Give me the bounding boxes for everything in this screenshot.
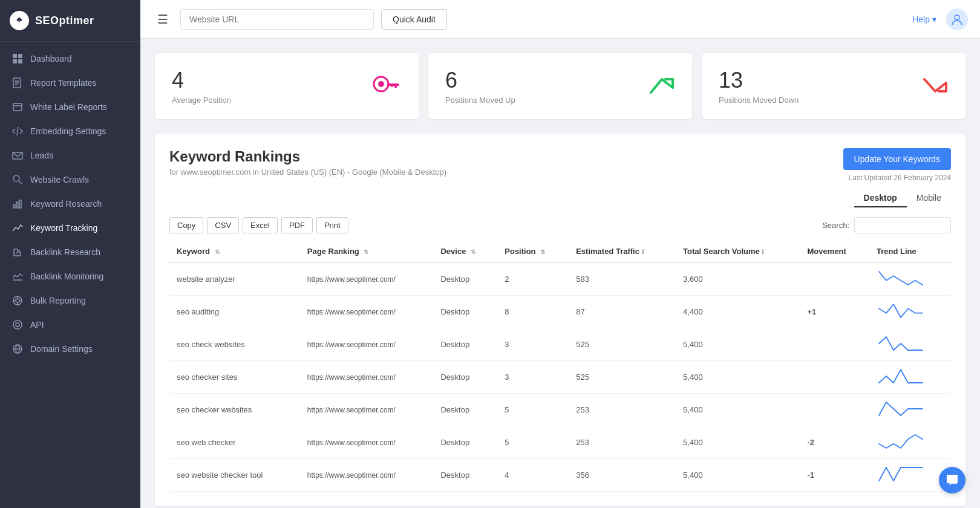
avatar[interactable]	[946, 8, 968, 30]
position-cell: 5	[497, 426, 569, 459]
sidebar-item-domain-settings[interactable]: Domain Settings	[0, 337, 140, 361]
doc-icon	[12, 77, 23, 88]
col-volume[interactable]: Total Search Volume ℹ	[676, 241, 800, 262]
quick-audit-button[interactable]: Quick Audit	[381, 9, 447, 30]
table-search-input[interactable]	[854, 217, 951, 233]
arrow-up-icon	[648, 74, 675, 99]
sidebar-item-api[interactable]: API	[0, 313, 140, 337]
trend-cell	[869, 394, 951, 426]
tab-mobile[interactable]: Mobile	[907, 189, 951, 207]
chevron-down-icon: ▾	[932, 15, 936, 24]
sidebar-item-embedding[interactable]: Embedding Settings	[0, 119, 140, 143]
rankings-subtitle: for www.seoptimer.com in United States (…	[169, 168, 446, 177]
traffic-cell: 253	[569, 426, 676, 459]
sidebar-label-bulk-reporting: Bulk Reporting	[30, 296, 86, 305]
volume-cell: 5,400	[676, 459, 800, 492]
svg-line-12	[17, 127, 18, 135]
sidebar-item-website-crawls[interactable]: Website Crawls	[0, 168, 140, 192]
excel-button[interactable]: Excel	[243, 217, 278, 233]
sidebar-label-dashboard: Dashboard	[30, 54, 72, 63]
help-button[interactable]: Help ▾	[912, 15, 936, 24]
chat-bubble-button[interactable]	[939, 467, 965, 493]
col-traffic[interactable]: Estimated Traffic ℹ	[569, 241, 676, 262]
crawl-icon	[12, 174, 23, 185]
position-cell: 4	[497, 459, 569, 492]
svg-rect-3	[18, 54, 22, 58]
globe-icon	[12, 344, 23, 354]
label-icon	[12, 102, 23, 112]
sidebar-item-report-templates[interactable]: Report Templates	[0, 71, 140, 95]
device-cell: Desktop	[433, 394, 497, 426]
content-area: 4 Average Position 6 Positions M	[140, 39, 980, 508]
trend-cell	[869, 361, 951, 394]
device-cell: Desktop	[433, 296, 497, 328]
trend-cell	[869, 459, 951, 492]
svg-rect-5	[18, 59, 22, 63]
svg-point-27	[16, 323, 19, 327]
tracking-icon	[12, 223, 23, 233]
pdf-button[interactable]: PDF	[281, 217, 313, 233]
col-device[interactable]: Device ⇅	[433, 241, 497, 262]
svg-rect-18	[19, 200, 21, 208]
export-buttons: Copy CSV Excel PDF Print	[169, 217, 348, 233]
mail-icon	[12, 150, 23, 161]
table-controls: Copy CSV Excel PDF Print Search:	[169, 217, 951, 233]
traffic-cell: 583	[569, 262, 676, 296]
col-page[interactable]: Page Ranking ⇅	[300, 241, 434, 262]
col-keyword[interactable]: Keyword ⇅	[169, 241, 300, 262]
print-button[interactable]: Print	[316, 217, 348, 233]
sidebar-item-dashboard[interactable]: Dashboard	[0, 47, 140, 71]
copy-button[interactable]: Copy	[169, 217, 203, 233]
main-content: ☰ Quick Audit Help ▾ 4 Average Position	[140, 0, 980, 508]
csv-button[interactable]: CSV	[207, 217, 239, 233]
arrow-down-icon	[922, 74, 949, 99]
sidebar: SEOptimer Dashboard Report Templates Whi…	[0, 0, 140, 508]
trend-cell	[869, 262, 951, 296]
movement-cell: -1	[800, 459, 869, 492]
url-input[interactable]	[180, 9, 374, 30]
table-row: seo web checker https://www.seoptimer.co…	[169, 426, 951, 459]
volume-cell: 5,400	[676, 394, 800, 426]
sidebar-label-backlink-research: Backlink Research	[30, 247, 100, 257]
search-label: Search:	[822, 221, 849, 230]
page-cell: https://www.seoptimer.com/	[300, 394, 434, 426]
tab-desktop[interactable]: Desktop	[854, 189, 907, 207]
svg-rect-36	[391, 83, 393, 87]
svg-point-21	[16, 299, 19, 302]
position-cell: 8	[497, 296, 569, 328]
api-icon	[12, 319, 23, 330]
sidebar-item-keyword-research[interactable]: Keyword Research	[0, 192, 140, 216]
sidebar-label-keyword-tracking: Keyword Tracking	[30, 223, 97, 233]
keyword-cell: seo auditing	[169, 296, 300, 328]
device-cell: Desktop	[433, 328, 497, 361]
svg-point-33	[378, 81, 384, 87]
volume-cell: 5,400	[676, 328, 800, 361]
moved-down-value: 13	[719, 68, 799, 93]
rankings-table: Keyword ⇅ Page Ranking ⇅ Device ⇅ Positi…	[169, 241, 951, 492]
col-movement[interactable]: Movement	[800, 241, 869, 262]
sidebar-item-keyword-tracking[interactable]: Keyword Tracking	[0, 216, 140, 240]
page-cell: https://www.seoptimer.com/	[300, 296, 434, 328]
sidebar-item-leads[interactable]: Leads	[0, 143, 140, 168]
table-row: seo check websites https://www.seoptimer…	[169, 328, 951, 361]
table-row: seo auditing https://www.seoptimer.com/ …	[169, 296, 951, 328]
sidebar-item-backlink-monitoring[interactable]: Backlink Monitoring	[0, 264, 140, 288]
update-keywords-button[interactable]: Update Your Keywords	[843, 148, 951, 170]
sidebar-item-bulk-reporting[interactable]: Bulk Reporting	[0, 288, 140, 313]
sidebar-label-domain-settings: Domain Settings	[30, 344, 93, 354]
page-cell: https://www.seoptimer.com/	[300, 262, 434, 296]
sidebar-logo[interactable]: SEOptimer	[0, 0, 140, 42]
avg-position-value: 4	[172, 68, 231, 93]
page-cell: https://www.seoptimer.com/	[300, 328, 434, 361]
traffic-cell: 525	[569, 328, 676, 361]
svg-point-1	[18, 19, 21, 22]
keyword-cell: seo checker websites	[169, 394, 300, 426]
menu-button[interactable]: ☰	[152, 10, 173, 29]
sidebar-item-backlink-research[interactable]: Backlink Research	[0, 240, 140, 264]
sidebar-item-white-label[interactable]: White Label Reports	[0, 95, 140, 119]
keyword-cell: seo web checker	[169, 426, 300, 459]
col-position[interactable]: Position ⇅	[497, 241, 569, 262]
svg-rect-10	[13, 103, 22, 111]
position-cell: 3	[497, 328, 569, 361]
movement-cell	[800, 262, 869, 296]
